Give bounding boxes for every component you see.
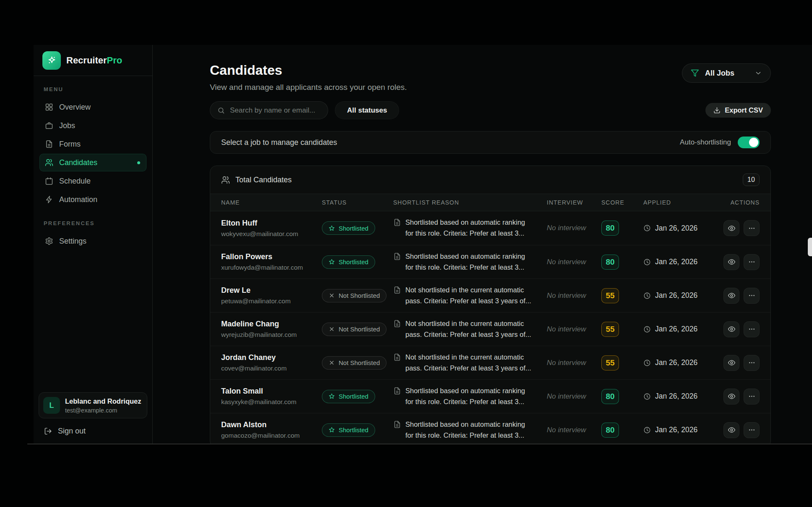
status-label: Not Shortlisted [339, 359, 380, 366]
candidate-email: kasyxyke@mailinator.com [221, 398, 322, 406]
eye-icon [728, 359, 736, 367]
view-candidate-button[interactable] [723, 321, 739, 337]
candidate-name: Drew Le [221, 286, 322, 295]
row-menu-button[interactable] [744, 355, 760, 371]
view-candidate-button[interactable] [723, 389, 739, 405]
table-body: Elton Huff wokyvexu@mailinator.com Short… [210, 211, 770, 444]
main-content: Candidates View and manage all applicant… [153, 45, 812, 444]
status-badge: Shortlisted [322, 390, 375, 403]
vertical-scrollbar-thumb[interactable] [808, 238, 812, 256]
candidate-email: wyrejuzib@mailinator.com [221, 331, 322, 339]
star-icon [329, 427, 335, 433]
view-candidate-button[interactable] [723, 254, 739, 270]
interview-status: No interview [547, 359, 586, 367]
status-badge: Not Shortlisted [322, 323, 386, 336]
clock-icon [643, 292, 651, 299]
candidate-name: Talon Small [221, 387, 322, 396]
table-row[interactable]: Fallon Powers xurufowyda@mailinator.com … [210, 245, 770, 278]
export-csv-button[interactable]: Export CSV [705, 103, 771, 118]
table-row[interactable]: Dawn Alston gomacozo@mailinator.com Shor… [210, 413, 770, 444]
sparkle-icon [42, 51, 61, 70]
shortlist-reason: Not shortlisted in the current automatic… [405, 352, 531, 373]
sidebar-item-schedule[interactable]: Schedule [39, 172, 146, 190]
calendar-icon [45, 177, 53, 185]
view-candidate-button[interactable] [723, 422, 739, 438]
document-icon [393, 419, 401, 428]
view-candidate-button[interactable] [723, 220, 739, 236]
candidate-email: wokyvexu@mailinator.com [221, 230, 322, 238]
status-badge: Not Shortlisted [322, 356, 386, 370]
row-menu-button[interactable] [744, 422, 760, 438]
status-filter-dropdown[interactable]: All statuses [335, 101, 399, 119]
candidate-count-badge: 10 [743, 173, 760, 186]
row-menu-button[interactable] [744, 389, 760, 405]
column-header-name: NAME [221, 199, 322, 206]
ellipsis-icon [748, 426, 756, 434]
sidebar-item-label: Settings [59, 237, 86, 246]
sidebar-item-forms[interactable]: Forms [39, 135, 146, 153]
row-menu-button[interactable] [744, 254, 760, 270]
sidebar-item-candidates[interactable]: Candidates [39, 154, 146, 171]
candidate-name: Fallon Powers [221, 252, 322, 261]
shortlist-reason-line2: for this role. Criteria: Prefer at least… [405, 430, 525, 441]
auto-shortlisting-toggle[interactable] [738, 137, 760, 148]
dashboard-icon [45, 103, 53, 111]
table-row[interactable]: Elton Huff wokyvexu@mailinator.com Short… [210, 211, 770, 245]
sign-out-button[interactable]: Sign out [34, 424, 152, 444]
sidebar-item-overview[interactable]: Overview [39, 98, 146, 116]
candidate-name: Jordan Chaney [221, 353, 322, 362]
form-icon [45, 140, 53, 148]
status-badge: Not Shortlisted [322, 289, 386, 302]
column-header-score: SCORE [601, 199, 643, 206]
interview-status: No interview [547, 426, 586, 434]
row-menu-button[interactable] [744, 220, 760, 236]
shortlist-reason-line1: Shortlisted based on automatic ranking [405, 251, 525, 262]
applied-date: Jan 26, 2026 [655, 325, 697, 334]
ellipsis-icon [748, 325, 756, 333]
ellipsis-icon [748, 359, 756, 367]
download-icon [713, 107, 721, 114]
eye-icon [728, 224, 736, 232]
applied-date: Jan 26, 2026 [655, 257, 697, 266]
table-row[interactable]: Madeline Chang wyrejuzib@mailinator.com … [210, 312, 770, 346]
interview-status: No interview [547, 258, 586, 266]
candidate-email: petuwa@mailinator.com [221, 297, 322, 305]
clock-icon [643, 426, 651, 434]
user-name: Leblanc and Rodriquez Tra... [65, 397, 143, 405]
gear-icon [45, 237, 53, 245]
users-icon [221, 176, 230, 184]
table-row[interactable]: Drew Le petuwa@mailinator.com Not Shortl… [210, 278, 770, 312]
row-menu-button[interactable] [744, 288, 760, 304]
table-header-row: NAME STATUS SHORTLIST REASON INTERVIEW S… [210, 194, 770, 211]
search-input[interactable] [230, 106, 321, 115]
user-card[interactable]: L Leblanc and Rodriquez Tra... test@exam… [39, 392, 147, 418]
clock-icon [643, 224, 651, 232]
view-candidate-button[interactable] [723, 355, 739, 371]
active-indicator-dot [137, 161, 140, 164]
sidebar-item-automation[interactable]: Automation [39, 191, 146, 208]
clock-icon [643, 359, 651, 367]
document-icon [393, 217, 401, 226]
sidebar-item-settings[interactable]: Settings [39, 232, 146, 250]
status-label: Shortlisted [339, 426, 368, 433]
jobs-filter-dropdown[interactable]: All Jobs [682, 63, 771, 83]
sidebar-item-jobs[interactable]: Jobs [39, 117, 146, 134]
document-icon [393, 285, 401, 294]
menu-section-label: MENU [39, 86, 146, 92]
table-row[interactable]: Talon Small kasyxyke@mailinator.com Shor… [210, 379, 770, 413]
status-badge: Shortlisted [322, 221, 375, 235]
candidate-name: Dawn Alston [221, 420, 322, 429]
row-menu-button[interactable] [744, 321, 760, 337]
status-badge: Shortlisted [322, 255, 375, 269]
status-filter-label: All statuses [347, 106, 387, 115]
clock-icon [643, 258, 651, 266]
shortlist-reason: Shortlisted based on automatic ranking f… [405, 217, 525, 239]
page-subtitle: View and manage all applicants across yo… [210, 83, 407, 92]
view-candidate-button[interactable] [723, 288, 739, 304]
x-icon [329, 326, 335, 332]
column-header-applied: APPLIED [643, 199, 713, 206]
table-row[interactable]: Jordan Chaney covev@mailinator.com Not S… [210, 346, 770, 379]
sidebar-item-label: Automation [59, 195, 97, 204]
shortlist-reason-line2: pass. Criteria: Prefer at least 3 years … [405, 363, 531, 374]
score-badge: 55 [601, 355, 619, 370]
